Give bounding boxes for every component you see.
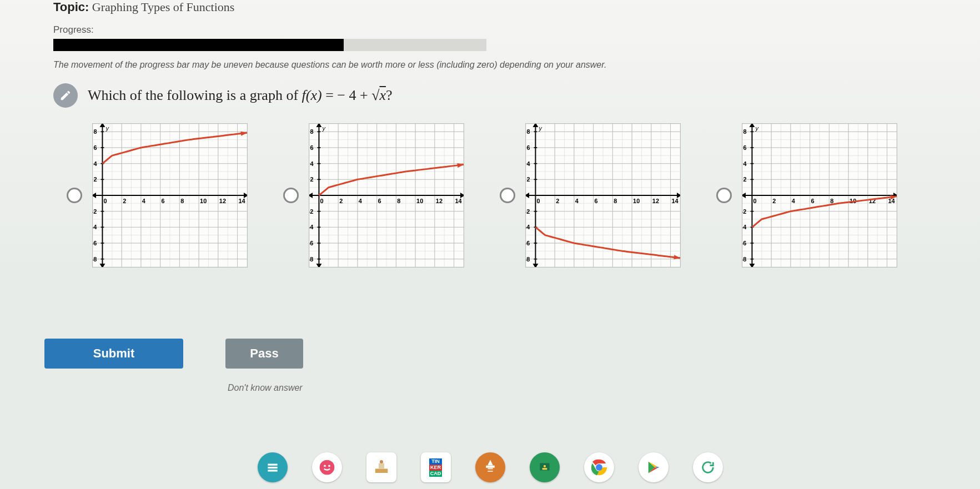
svg-text:-6: -6 bbox=[309, 240, 313, 246]
play-store-icon[interactable] bbox=[639, 452, 669, 482]
svg-text:-4: -4 bbox=[742, 224, 746, 230]
svg-text:14: 14 bbox=[672, 198, 679, 204]
svg-point-347 bbox=[319, 460, 334, 475]
taskbar: TINKERCAD bbox=[0, 446, 980, 489]
question-mid: = − 4 + bbox=[325, 87, 371, 103]
svg-text:8: 8 bbox=[830, 198, 833, 204]
option-d[interactable]: y024681012142468-2-4-6-8 bbox=[716, 123, 897, 268]
svg-rect-355 bbox=[542, 468, 547, 470]
svg-text:-6: -6 bbox=[742, 240, 746, 246]
svg-point-352 bbox=[380, 460, 383, 463]
svg-text:8: 8 bbox=[310, 128, 314, 135]
topic-label: Topic: bbox=[53, 0, 89, 14]
svg-text:4: 4 bbox=[359, 198, 362, 204]
sync-icon[interactable] bbox=[693, 452, 723, 482]
svg-rect-350 bbox=[375, 469, 388, 473]
svg-text:6: 6 bbox=[811, 198, 815, 204]
svg-text:4: 4 bbox=[94, 160, 97, 167]
question-lhs: f(x) bbox=[302, 87, 322, 103]
svg-text:2: 2 bbox=[310, 176, 314, 183]
question-suffix: ? bbox=[386, 87, 393, 103]
svg-text:-8: -8 bbox=[309, 256, 313, 263]
svg-text:-2: -2 bbox=[309, 208, 313, 215]
svg-text:8: 8 bbox=[180, 198, 184, 204]
svg-text:12: 12 bbox=[219, 198, 226, 204]
svg-text:0: 0 bbox=[103, 198, 107, 204]
svg-text:-6: -6 bbox=[526, 240, 530, 246]
svg-text:12: 12 bbox=[436, 198, 443, 204]
svg-text:14: 14 bbox=[239, 198, 245, 204]
question-prefix: Which of the following is a graph of bbox=[88, 87, 302, 103]
question-radicand: x bbox=[379, 87, 386, 103]
svg-text:2: 2 bbox=[94, 176, 97, 183]
knowledge-icon[interactable] bbox=[475, 452, 505, 482]
svg-text:14: 14 bbox=[455, 198, 462, 204]
messages-icon[interactable] bbox=[312, 452, 342, 482]
svg-text:8: 8 bbox=[743, 128, 747, 135]
svg-text:6: 6 bbox=[94, 144, 97, 151]
classroom-icon[interactable] bbox=[530, 452, 560, 482]
files-icon[interactable] bbox=[258, 452, 288, 482]
radio-c[interactable] bbox=[500, 188, 515, 203]
progress-note: The movement of the progress bar may be … bbox=[53, 60, 980, 70]
svg-text:6: 6 bbox=[743, 144, 747, 151]
svg-rect-351 bbox=[379, 463, 384, 469]
svg-text:2: 2 bbox=[339, 198, 343, 204]
svg-text:6: 6 bbox=[595, 198, 598, 204]
svg-text:-2: -2 bbox=[93, 208, 97, 215]
svg-text:10: 10 bbox=[416, 198, 423, 204]
svg-text:-4: -4 bbox=[309, 224, 313, 230]
svg-text:-4: -4 bbox=[93, 224, 97, 230]
svg-text:4: 4 bbox=[575, 198, 579, 204]
svg-text:2: 2 bbox=[527, 176, 530, 183]
svg-text:-8: -8 bbox=[526, 256, 530, 263]
topic-row: Topic: Graphing Types of Functions bbox=[53, 0, 980, 14]
svg-text:-8: -8 bbox=[742, 256, 746, 263]
svg-text:0: 0 bbox=[753, 198, 756, 204]
svg-point-348 bbox=[324, 465, 326, 467]
tinkercad-icon[interactable]: TINKERCAD bbox=[421, 452, 451, 482]
graph-a: y024681012142468-2-4-6-8 bbox=[92, 123, 248, 268]
options-row: y024681012142468-2-4-6-8 y02468101214246… bbox=[53, 123, 980, 268]
svg-text:6: 6 bbox=[310, 144, 314, 151]
svg-text:6: 6 bbox=[162, 198, 165, 204]
progress-label: Progress: bbox=[53, 24, 980, 36]
svg-text:10: 10 bbox=[633, 198, 640, 204]
svg-text:-8: -8 bbox=[93, 256, 97, 263]
svg-text:-4: -4 bbox=[526, 224, 530, 230]
svg-rect-346 bbox=[268, 470, 277, 471]
submit-button[interactable]: Submit bbox=[44, 339, 183, 369]
option-c[interactable]: y024681012142468-2-4-6-8 bbox=[500, 123, 681, 268]
svg-text:4: 4 bbox=[142, 198, 145, 204]
option-a[interactable]: y024681012142468-2-4-6-8 bbox=[67, 123, 248, 268]
svg-text:0: 0 bbox=[320, 198, 323, 204]
pass-button[interactable]: Pass bbox=[225, 339, 303, 369]
dont-know-link[interactable]: Don't know answer bbox=[228, 383, 303, 393]
svg-text:4: 4 bbox=[310, 160, 314, 167]
svg-text:8: 8 bbox=[397, 198, 400, 204]
svg-text:y: y bbox=[321, 125, 325, 132]
radio-a[interactable] bbox=[67, 188, 82, 203]
graph-b: y024681012142468-2-4-6-8 bbox=[309, 123, 464, 268]
graph-d: y024681012142468-2-4-6-8 bbox=[742, 123, 897, 268]
radio-b[interactable] bbox=[283, 188, 299, 203]
svg-text:2: 2 bbox=[556, 198, 559, 204]
question-row: Which of the following is a graph of f(x… bbox=[53, 83, 980, 108]
svg-text:8: 8 bbox=[614, 198, 617, 204]
svg-text:4: 4 bbox=[527, 160, 530, 167]
builder-icon[interactable] bbox=[366, 452, 396, 482]
svg-text:y: y bbox=[538, 125, 542, 132]
svg-text:4: 4 bbox=[792, 198, 795, 204]
svg-text:2: 2 bbox=[772, 198, 776, 204]
chrome-icon[interactable] bbox=[584, 452, 614, 482]
svg-text:y: y bbox=[105, 125, 109, 132]
topic-value: Graphing Types of Functions bbox=[92, 0, 235, 14]
option-b[interactable]: y024681012142468-2-4-6-8 bbox=[283, 123, 464, 268]
svg-point-349 bbox=[328, 465, 330, 467]
svg-text:-2: -2 bbox=[742, 208, 746, 215]
radio-d[interactable] bbox=[716, 188, 732, 203]
svg-text:6: 6 bbox=[378, 198, 381, 204]
svg-rect-344 bbox=[268, 464, 277, 466]
svg-text:8: 8 bbox=[94, 128, 97, 135]
pencil-icon bbox=[53, 83, 78, 108]
